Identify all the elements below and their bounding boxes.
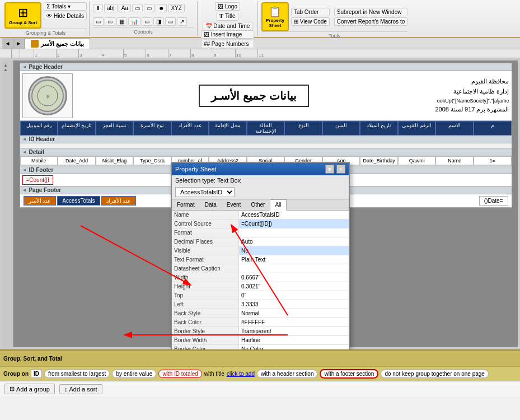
ps-tab-data[interactable]: Data bbox=[200, 199, 222, 210]
group-sort-label: Group & Sort bbox=[9, 20, 37, 25]
ps-tab-event[interactable]: Event bbox=[222, 199, 246, 210]
hide-details-button[interactable]: 👁 Hide Details bbox=[44, 12, 87, 20]
ps-tab-other[interactable]: Other bbox=[246, 199, 270, 210]
bottom-actions: ⊞ Add a group ↕ Add a sort bbox=[0, 381, 520, 396]
header-footer-section: 🖼 Logo 𝐓 Title 📅 Date and Time 🖼 Insert … bbox=[198, 1, 258, 36]
ruler-mark-3: 3 bbox=[78, 49, 101, 58]
ps-tabs: Format Data Event Other All bbox=[172, 199, 349, 211]
button-btn[interactable]: ▭ bbox=[132, 4, 143, 12]
line-btn[interactable]: ▭ bbox=[105, 17, 115, 26]
ps-dropdown-row: AccessTotalsID bbox=[172, 185, 349, 199]
insert-image-btn[interactable]: 🖼 Insert Image bbox=[201, 30, 254, 39]
graph-btn[interactable]: 📊 bbox=[128, 17, 140, 26]
attach-btn[interactable]: ▭ bbox=[142, 17, 152, 26]
select-btn[interactable]: ⬆ bbox=[93, 4, 103, 12]
ruler-mark-10: 10 bbox=[235, 49, 257, 58]
with-title-label: with title bbox=[204, 371, 224, 377]
ribbon: ⊞ Group & Sort Σ Totals ▾ 👁 Hide Details… bbox=[0, 0, 520, 38]
total-afrad: عدد الأفراد bbox=[101, 196, 137, 206]
main-tab[interactable]: بيانات جميع الأسر bbox=[25, 38, 90, 49]
totals-button[interactable]: Σ Totals ▾ bbox=[44, 2, 87, 11]
toggle-btn[interactable]: ◨ bbox=[153, 17, 164, 26]
click-to-add[interactable]: click to add bbox=[227, 371, 255, 377]
header-right-info: محافظة الفيوم إدارة ظامية الاجتماعية ook… bbox=[435, 77, 509, 114]
subreport-btn[interactable]: Subreport in New Window bbox=[334, 8, 407, 16]
ruler: · 1 2 3 4 5 6 7 8 9 10 11 bbox=[0, 49, 520, 58]
add-group-button[interactable]: ⊞ Add a group bbox=[4, 384, 55, 394]
tab-order-btn[interactable]: Tab Order bbox=[291, 8, 330, 16]
view-code-btn[interactable]: ⊞ View Code bbox=[291, 17, 330, 26]
grouping-totals-section: ⊞ Group & Sort Σ Totals ▾ 👁 Hide Details… bbox=[2, 1, 90, 36]
td-qawmi: Qawmi bbox=[398, 156, 436, 165]
controls-section: ⬆ ab| Aa ▭ ▭ ☻ XYZ ▭ ▭ ▦ 📊 ▭ ◨ ▭ ↗ Contr… bbox=[90, 1, 198, 36]
rect-btn[interactable]: ▭ bbox=[93, 17, 104, 26]
report-title: بيانات جميع الأسـر bbox=[199, 85, 308, 107]
ruler-mark-9: 9 bbox=[213, 49, 235, 58]
with-footer-dropdown[interactable]: with a footer section bbox=[320, 369, 378, 379]
total-usar: عدد الأسر bbox=[24, 196, 57, 206]
tab-label: بيانات جميع الأسر bbox=[41, 40, 84, 48]
tab-ctrl-btn[interactable]: ▭ bbox=[144, 4, 154, 12]
group-sort-icon: ⊞ bbox=[18, 6, 28, 20]
td-birthday: Date_Birthday bbox=[360, 156, 398, 165]
ruler-mark-8: 8 bbox=[190, 49, 213, 58]
property-sheet-button[interactable]: 📋 PropertySheet bbox=[261, 2, 289, 31]
add-sort-button[interactable]: ↕ Add a sort bbox=[59, 384, 102, 394]
ps-row-source: Control Source =Count([ID]) bbox=[172, 220, 349, 228]
footer-totals: عدد الأفراد AccessTotals عدد الأسر bbox=[24, 196, 137, 206]
with-id-totaled-dropdown[interactable]: with ID totaled bbox=[158, 370, 202, 378]
property-sheet-icon: 📋 bbox=[269, 6, 281, 18]
detail-label: Detail bbox=[20, 148, 512, 156]
tools-section: 📋 PropertySheet Tab Order ⊞ View Code Su… bbox=[258, 1, 411, 36]
nav-right-btn[interactable]: ► bbox=[13, 38, 25, 49]
page-numbers-btn[interactable]: ## Page Numbers bbox=[201, 40, 254, 48]
th-social: الحالة الإجتماعية bbox=[247, 121, 285, 136]
ps-row-visible: Visible No bbox=[172, 246, 349, 255]
arrow-btn[interactable]: ↗ bbox=[177, 17, 187, 26]
td-typeosra: Type_Osra bbox=[133, 156, 171, 165]
nav-left-btn[interactable]: ◄ bbox=[2, 38, 13, 49]
property-sheet-panel: Property Sheet ▼ × Selection type: Text … bbox=[171, 162, 350, 349]
do-not-keep-dropdown[interactable]: do not keep group together on one page bbox=[381, 370, 488, 378]
ruler-mark-0: · bbox=[11, 49, 34, 58]
group-sort-button[interactable]: ⊞ Group & Sort bbox=[4, 2, 41, 29]
th-ratio: نسبة العجز bbox=[96, 121, 134, 136]
ps-object-dropdown[interactable]: AccessTotalsID bbox=[175, 187, 235, 197]
ps-tab-format[interactable]: Format bbox=[172, 199, 200, 210]
combo-btn[interactable]: ▭ bbox=[165, 17, 176, 26]
ps-title-actions: ▼ × bbox=[325, 165, 345, 174]
td-name: Name bbox=[435, 156, 474, 165]
svg-text:⚜: ⚜ bbox=[45, 94, 50, 100]
add-sort-icon: ↕ bbox=[64, 386, 68, 393]
add-group-icon: ⊞ bbox=[10, 385, 15, 393]
ps-minimize-btn[interactable]: ▼ bbox=[325, 165, 334, 174]
ps-row-textformat: Text Format Plain Text bbox=[172, 255, 349, 264]
title-btn[interactable]: 𝐓 Title bbox=[217, 12, 238, 21]
from-smallest-dropdown[interactable]: from smallest to largest bbox=[44, 370, 110, 378]
chart-btn[interactable]: ▦ bbox=[116, 17, 127, 26]
date-formula: =Date() bbox=[479, 196, 508, 206]
ps-row-datasheetcap: Datasheet Caption bbox=[172, 264, 349, 273]
convert-macros-btn[interactable]: Convert Report's Macros to bbox=[334, 17, 407, 26]
ps-row-borderwidth: Border Width Hairline bbox=[172, 336, 349, 345]
ps-selection-label: Selection type: Text Box bbox=[175, 177, 241, 184]
by-entire-dropdown[interactable]: by entire value bbox=[112, 370, 156, 378]
datetime-btn[interactable]: 📅 Date and Time bbox=[203, 22, 253, 30]
add-sort-label: Add a sort bbox=[69, 386, 97, 393]
id-header-content bbox=[20, 143, 512, 148]
ps-title: Property Sheet bbox=[175, 166, 216, 172]
with-header-dropdown[interactable]: with a header section bbox=[257, 370, 318, 378]
text-btn[interactable]: ab| bbox=[104, 4, 118, 12]
td-mobile: Mobile bbox=[20, 156, 58, 165]
ps-tab-all[interactable]: All bbox=[270, 199, 286, 211]
label-btn[interactable]: Aa bbox=[119, 4, 131, 12]
ruler-mark-7: 7 bbox=[168, 49, 190, 58]
id-header-label: ID Header bbox=[20, 136, 512, 143]
xyz-btn[interactable]: XYZ bbox=[168, 4, 184, 12]
td-nisbt: Nisbt_Elag bbox=[96, 156, 134, 165]
th-type: نوع الأسرة bbox=[133, 121, 171, 136]
ps-close-btn[interactable]: × bbox=[336, 165, 345, 174]
subform-btn[interactable]: ☻ bbox=[156, 4, 167, 12]
ps-row-width: Width 0.6667" bbox=[172, 273, 349, 282]
logo-btn[interactable]: 🖼 Logo bbox=[215, 2, 240, 11]
